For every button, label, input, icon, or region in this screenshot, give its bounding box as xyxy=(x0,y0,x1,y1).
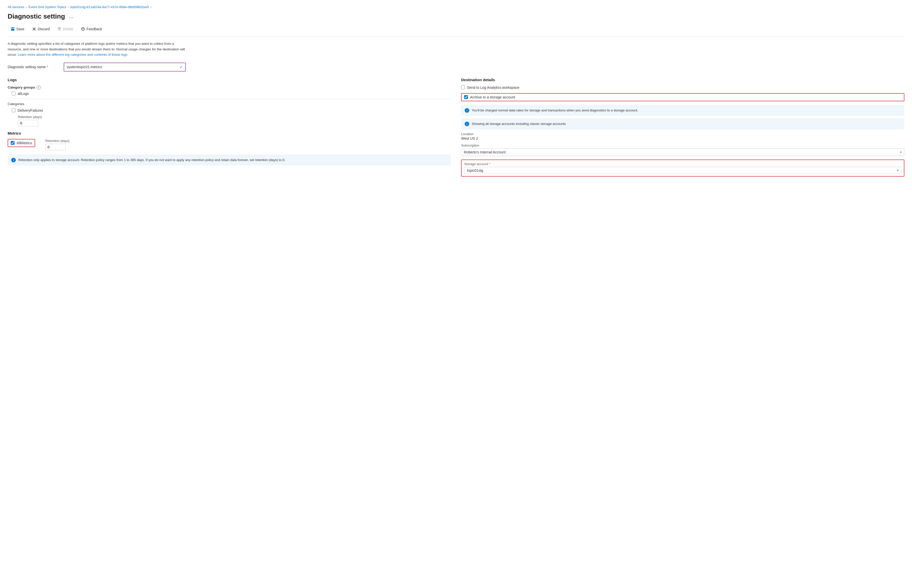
dest-info-text-1: You'll be charged normal data rates for … xyxy=(472,108,638,113)
diag-name-checkmark: ✓ xyxy=(180,65,183,69)
delete-icon xyxy=(57,27,62,31)
archive-label: Archive to a storage account xyxy=(470,95,515,99)
breadcrumb-sep-3: › xyxy=(151,5,152,9)
main-content: Logs Category groups i allLogs Categorie… xyxy=(8,78,904,176)
svg-rect-1 xyxy=(12,27,13,29)
delivery-retention-row: Retention (days) xyxy=(8,115,451,126)
subscription-value: Roberto's Internal Account xyxy=(464,150,505,154)
location-value: West US 2 xyxy=(461,136,904,141)
diag-name-field[interactable] xyxy=(67,65,177,69)
metrics-retention-input[interactable] xyxy=(45,144,66,150)
delete-button[interactable]: Delete xyxy=(54,26,76,32)
breadcrumb-all-services[interactable]: All services xyxy=(8,5,24,9)
dest-info-icon-2: i xyxy=(465,122,469,126)
metrics-section-title: Metrics xyxy=(8,131,451,136)
all-metrics-label: AllMetrics xyxy=(16,141,32,145)
breadcrumb-sep-2: › xyxy=(68,5,69,9)
delivery-retention-input[interactable] xyxy=(18,120,38,126)
archive-checkbox[interactable] xyxy=(464,95,468,99)
metrics-retention-label: Retention (days) xyxy=(45,139,70,143)
delete-label: Delete xyxy=(63,27,73,31)
description-text: A diagnostic setting specifies a list of… xyxy=(8,41,186,58)
categories-section: Categories DeliveryFailures Retention (d… xyxy=(8,102,451,126)
delivery-failures-label: DeliveryFailures xyxy=(18,108,43,113)
storage-account-row: Storage account * topic01stg ▾ xyxy=(461,160,904,176)
toolbar: Save Discard Delete xyxy=(8,26,904,37)
discard-label: Discard xyxy=(38,27,50,31)
dest-info-icon-1: i xyxy=(465,108,469,113)
dest-info-box-1: i You'll be charged normal data rates fo… xyxy=(461,105,904,116)
diag-name-row: Diagnostic setting name * ✓ xyxy=(8,63,904,71)
discard-icon xyxy=(32,27,36,31)
category-groups-title: Category groups i xyxy=(8,86,451,90)
metrics-info-box: i Retention only applies to storage acco… xyxy=(8,154,451,166)
location-row: Location West US 2 xyxy=(461,132,904,141)
page-header: Diagnostic setting ... xyxy=(8,13,904,20)
log-analytics-row: Send to Log Analytics workspace xyxy=(461,86,904,90)
svg-rect-2 xyxy=(11,29,14,30)
category-groups-info-icon[interactable]: i xyxy=(37,86,41,90)
breadcrumb-topic[interactable]: topic01stg-811a624a-8a77-437e-89de-dfeb5… xyxy=(70,5,149,9)
save-label: Save xyxy=(16,27,24,31)
metrics-section: Metrics AllMetrics Retention (days) i Re… xyxy=(8,131,451,166)
subscription-label: Subscription xyxy=(461,144,904,147)
dest-info-box-2: i Showing all storage accounts including… xyxy=(461,118,904,129)
learn-more-link[interactable]: Learn more about the different log categ… xyxy=(18,53,128,57)
storage-account-chevron: ▾ xyxy=(897,169,899,172)
subscription-select[interactable]: Roberto's Internal Account ▾ xyxy=(461,148,904,156)
all-logs-checkbox[interactable] xyxy=(12,92,16,95)
discard-button[interactable]: Discard xyxy=(29,26,53,32)
metrics-left: AllMetrics xyxy=(8,139,35,147)
logs-section-title: Logs xyxy=(8,78,451,82)
right-panel: Destination details Send to Log Analytic… xyxy=(461,78,904,176)
storage-account-select[interactable]: topic01stg ▾ xyxy=(464,167,901,174)
breadcrumb: All services › Event Grid System Topics … xyxy=(8,5,904,9)
delivery-retention-label: Retention (days) xyxy=(18,115,451,119)
destination-title: Destination details xyxy=(461,78,904,82)
categories-label: Categories xyxy=(8,102,451,106)
ellipsis-button[interactable]: ... xyxy=(68,13,75,19)
subscription-chevron: ▾ xyxy=(900,150,902,154)
subscription-row: Subscription Roberto's Internal Account … xyxy=(461,144,904,156)
location-label: Location xyxy=(461,132,904,136)
dest-info-text-2: Showing all storage accounts including c… xyxy=(472,121,566,126)
feedback-icon xyxy=(81,27,85,31)
storage-account-label: Storage account * xyxy=(464,162,901,166)
all-metrics-checkbox[interactable] xyxy=(11,141,15,145)
save-button[interactable]: Save xyxy=(8,26,28,32)
archive-checkbox-box: Archive to a storage account xyxy=(461,93,904,101)
breadcrumb-event-grid[interactable]: Event Grid System Topics xyxy=(29,5,66,9)
all-logs-row: allLogs xyxy=(8,92,451,96)
page-title: Diagnostic setting xyxy=(8,13,65,20)
feedback-button[interactable]: Feedback xyxy=(78,26,105,32)
all-logs-label: allLogs xyxy=(18,92,29,96)
log-analytics-label: Send to Log Analytics workspace xyxy=(467,86,519,90)
metrics-info-text: Retention only applies to storage accoun… xyxy=(18,157,285,163)
storage-account-value: topic01stg xyxy=(467,168,483,173)
diag-name-label: Diagnostic setting name * xyxy=(8,65,58,69)
diag-name-input-wrapper: ✓ xyxy=(64,63,186,71)
save-icon xyxy=(11,27,15,31)
metrics-info-icon: i xyxy=(11,158,16,162)
metrics-right: Retention (days) xyxy=(45,139,70,150)
category-groups-section: Category groups i allLogs xyxy=(8,86,451,96)
diag-name-required: * xyxy=(47,65,48,69)
svg-rect-6 xyxy=(58,28,61,28)
feedback-label: Feedback xyxy=(87,27,102,31)
left-panel: Logs Category groups i allLogs Categorie… xyxy=(8,78,451,176)
svg-rect-5 xyxy=(58,27,60,28)
delivery-failures-row: DeliveryFailures xyxy=(8,108,451,113)
delivery-failures-checkbox[interactable] xyxy=(12,108,16,112)
all-metrics-box: AllMetrics xyxy=(8,139,35,147)
breadcrumb-sep-1: › xyxy=(26,5,27,9)
storage-account-required: * xyxy=(489,162,490,166)
log-analytics-checkbox[interactable] xyxy=(461,86,465,89)
metrics-full-row: AllMetrics Retention (days) xyxy=(8,139,451,150)
